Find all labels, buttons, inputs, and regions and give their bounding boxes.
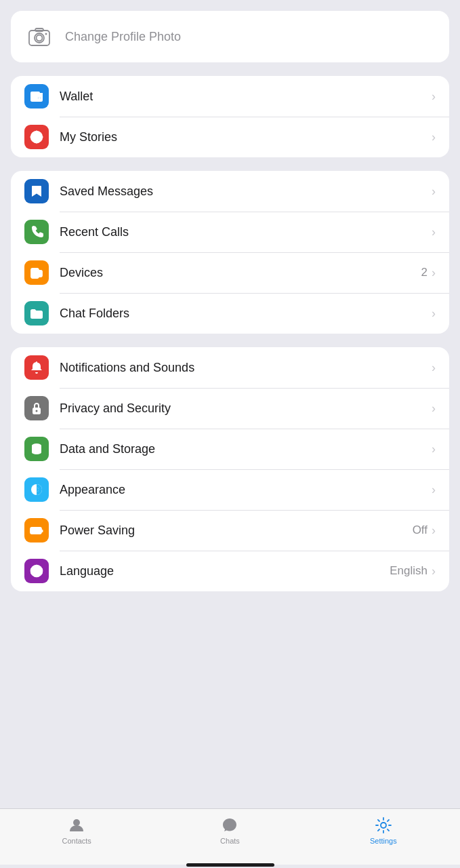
- menu-item-data-storage[interactable]: Data and Storage ›: [11, 429, 449, 469]
- svg-point-11: [31, 132, 42, 142]
- bell-icon: [29, 360, 44, 375]
- bookmark-icon: [29, 184, 44, 199]
- power-saving-label: Power Saving: [60, 524, 413, 538]
- menu-item-my-stories[interactable]: My Stories ›: [11, 117, 449, 157]
- language-value: English: [390, 564, 427, 578]
- svg-rect-3: [35, 28, 43, 31]
- menu-item-power-saving[interactable]: Power Saving Off ›: [11, 510, 449, 551]
- wallet-icon: [29, 89, 44, 104]
- power-saving-chevron: ›: [432, 524, 436, 538]
- settings-tab-icon: [374, 816, 393, 835]
- notifications-icon-wrap: [24, 355, 49, 380]
- data-storage-label: Data and Storage: [60, 442, 427, 456]
- devices-value: 2: [421, 266, 427, 279]
- settings-tab-label: Settings: [370, 837, 397, 845]
- chats-tab-icon: [220, 816, 239, 835]
- home-indicator: [0, 865, 460, 868]
- devices-chevron: ›: [432, 266, 436, 280]
- battery-icon: [29, 523, 44, 538]
- data-storage-icon-wrap: [24, 437, 49, 461]
- group1-card: Wallet › My Stories ›: [11, 76, 449, 157]
- contacts-tab-icon: [67, 816, 86, 835]
- svg-rect-10: [38, 97, 41, 99]
- home-indicator-bar: [186, 863, 274, 867]
- recent-calls-icon-wrap: [24, 220, 49, 244]
- folders-icon: [29, 306, 44, 321]
- saved-messages-icon-wrap: [24, 179, 49, 203]
- wallet-label: Wallet: [60, 90, 427, 104]
- svg-point-14: [36, 142, 38, 144]
- menu-item-chat-folders[interactable]: Chat Folders ›: [11, 293, 449, 334]
- globe-icon: [29, 564, 44, 578]
- svg-rect-29: [41, 530, 43, 532]
- tab-settings[interactable]: Settings: [307, 816, 460, 845]
- scroll-area: Change Profile Photo Wallet ›: [0, 0, 460, 808]
- menu-item-notifications[interactable]: Notifications and Sounds ›: [11, 347, 449, 388]
- svg-rect-8: [30, 92, 40, 94]
- saved-messages-label: Saved Messages: [60, 184, 427, 199]
- appearance-chevron: ›: [432, 483, 436, 497]
- tab-chats[interactable]: Chats: [153, 816, 306, 845]
- change-profile-photo-label: Change Profile Photo: [65, 30, 436, 44]
- language-chevron: ›: [432, 564, 436, 578]
- recent-calls-label: Recent Calls: [60, 225, 427, 239]
- privacy-icon-wrap: [24, 396, 49, 420]
- menu-item-privacy[interactable]: Privacy and Security ›: [11, 388, 449, 429]
- contacts-tab-label: Contacts: [62, 837, 91, 845]
- notifications-chevron: ›: [432, 361, 436, 375]
- menu-item-language[interactable]: Language English ›: [11, 551, 449, 591]
- chat-folders-label: Chat Folders: [60, 307, 427, 321]
- svg-point-2: [37, 35, 43, 41]
- appearance-icon-wrap: [24, 477, 49, 502]
- devices-label: Devices: [60, 266, 421, 280]
- svg-point-4: [45, 33, 47, 35]
- appearance-label: Appearance: [60, 483, 427, 497]
- data-storage-chevron: ›: [432, 442, 436, 456]
- privacy-chevron: ›: [432, 401, 436, 416]
- menu-item-recent-calls[interactable]: Recent Calls ›: [11, 212, 449, 252]
- svg-point-35: [73, 819, 80, 826]
- appearance-icon: [29, 482, 44, 497]
- my-stories-label: My Stories: [60, 130, 427, 144]
- chat-folders-chevron: ›: [432, 307, 436, 321]
- saved-messages-chevron: ›: [432, 184, 436, 199]
- power-saving-icon-wrap: [24, 518, 49, 542]
- power-saving-value: Off: [413, 524, 427, 537]
- profile-photo-card: Change Profile Photo: [11, 11, 449, 62]
- recent-calls-chevron: ›: [432, 225, 436, 239]
- group3-card: Notifications and Sounds › Privacy and S…: [11, 347, 449, 591]
- stories-icon-wrap: [24, 125, 49, 149]
- tab-contacts[interactable]: Contacts: [0, 816, 153, 845]
- change-profile-photo-button[interactable]: Change Profile Photo: [11, 11, 449, 62]
- notifications-label: Notifications and Sounds: [60, 361, 427, 375]
- group2-card: Saved Messages › Recent Calls ›: [11, 171, 449, 334]
- menu-item-appearance[interactable]: Appearance ›: [11, 469, 449, 510]
- camera-icon: [24, 22, 54, 52]
- my-stories-chevron: ›: [432, 130, 436, 144]
- privacy-label: Privacy and Security: [60, 401, 427, 416]
- devices-icon-wrap: [24, 260, 49, 285]
- svg-point-12: [36, 131, 38, 133]
- data-icon: [29, 441, 44, 456]
- menu-item-saved-messages[interactable]: Saved Messages ›: [11, 171, 449, 212]
- menu-item-wallet[interactable]: Wallet ›: [11, 76, 449, 117]
- stories-icon: [29, 130, 44, 144]
- lock-icon: [29, 401, 44, 416]
- tab-bar: Contacts Chats Settings: [0, 808, 460, 865]
- language-icon-wrap: [24, 559, 49, 583]
- svg-point-32: [34, 566, 39, 577]
- svg-rect-30: [32, 529, 37, 532]
- chat-folders-icon-wrap: [24, 301, 49, 326]
- svg-point-13: [41, 136, 43, 138]
- wallet-icon-wrap: [24, 84, 49, 108]
- svg-point-24: [36, 410, 38, 412]
- menu-item-devices[interactable]: Devices 2 ›: [11, 252, 449, 293]
- phone-icon: [29, 224, 44, 239]
- wallet-chevron: ›: [432, 90, 436, 104]
- svg-point-36: [381, 823, 386, 828]
- svg-rect-20: [30, 311, 43, 319]
- svg-point-15: [30, 136, 33, 138]
- chats-tab-label: Chats: [220, 837, 240, 845]
- devices-icon: [29, 265, 44, 280]
- language-label: Language: [60, 564, 390, 578]
